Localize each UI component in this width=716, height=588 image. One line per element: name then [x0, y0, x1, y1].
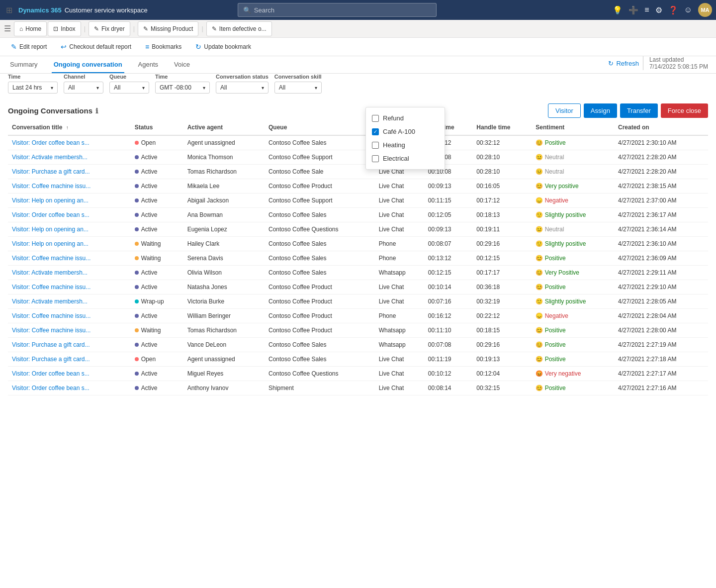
- status-dot: [135, 256, 139, 260]
- cell-created-on-7: 4/27/2021 2:36:10 AM: [614, 237, 708, 251]
- col-header-queue[interactable]: Queue: [265, 120, 375, 135]
- cell-status-1: Active: [131, 150, 183, 165]
- tab-summary[interactable]: Summary: [8, 57, 40, 73]
- cell-status-2: Active: [131, 165, 183, 179]
- cell-title-13[interactable]: Visitor: Coffee machine issu...: [8, 323, 131, 338]
- force-close-button[interactable]: Force close: [661, 103, 708, 118]
- cafe-label: Café A-100: [383, 128, 415, 135]
- lightbulb-icon[interactable]: 💡: [613, 5, 623, 15]
- feedback-icon[interactable]: ☺: [684, 5, 692, 14]
- cell-title-4[interactable]: Visitor: Help on opening an...: [8, 194, 131, 208]
- edit-report-button[interactable]: ✎ Edit report: [8, 41, 50, 53]
- cell-handle-time-16: 00:12:04: [472, 367, 532, 381]
- col-header-sentiment[interactable]: Sentiment: [532, 120, 614, 135]
- cell-sentiment-11: 🙂 Slightly positive: [532, 294, 614, 309]
- filter-timezone-value: GMT -08:00: [160, 84, 191, 91]
- cell-title-6[interactable]: Visitor: Help on opening an...: [8, 222, 131, 237]
- cell-title-8[interactable]: Visitor: Coffee machine issu...: [8, 251, 131, 266]
- filter-queue-select[interactable]: All ▾: [109, 82, 149, 94]
- tab-fix-dryer[interactable]: ✎ Fix dryer: [89, 21, 130, 36]
- skill-option-heating[interactable]: Heating: [366, 138, 445, 152]
- cell-title-11[interactable]: Visitor: Activate membersh...: [8, 294, 131, 309]
- skill-option-refund[interactable]: Refund: [366, 111, 445, 125]
- top-nav: ⊞ Dynamics 365 Customer service workspac…: [0, 0, 716, 20]
- report-tab-actions: ↻ Refresh Last updated 7/14/2022 5:08:15…: [608, 56, 708, 73]
- search-box[interactable]: 🔍: [238, 3, 437, 17]
- cell-title-0[interactable]: Visitor: Order coffee bean s...: [8, 135, 131, 150]
- col-header-handle-time[interactable]: Handle time: [472, 120, 532, 135]
- conversations-table: Conversation title ↑ Status Active agent…: [8, 120, 708, 395]
- cell-title-16[interactable]: Visitor: Order coffee bean s...: [8, 367, 131, 381]
- update-bookmark-button[interactable]: ↻ Update bookmark: [192, 41, 254, 53]
- tab-voice[interactable]: Voice: [172, 57, 192, 73]
- filter-skill-select[interactable]: All ▾: [274, 82, 322, 94]
- skill-option-electrical[interactable]: Electrical: [366, 152, 445, 165]
- cell-status-9: Active: [131, 266, 183, 280]
- tab-agents[interactable]: Agents: [136, 57, 160, 73]
- tab-ongoing-conversation[interactable]: Ongoing conversation: [52, 57, 124, 73]
- report-tabs-bar: Summary Ongoing conversation Agents Voic…: [0, 56, 716, 74]
- filter-timezone-select[interactable]: GMT -08:00 ▾: [155, 82, 210, 94]
- cell-wait-time-14: 00:07:08: [424, 338, 473, 352]
- filter-skill-value: All: [279, 84, 285, 91]
- cell-handle-time-13: 00:18:15: [472, 323, 532, 338]
- checkout-default-report-button[interactable]: ↩ Checkout default report: [58, 41, 134, 53]
- tab-hamburger-icon[interactable]: ☰: [2, 22, 13, 35]
- settings-icon[interactable]: ⚙: [655, 5, 662, 15]
- col-header-agent[interactable]: Active agent: [183, 120, 265, 135]
- filter-time: Time Last 24 hrs ▾: [8, 74, 58, 94]
- cell-title-9[interactable]: Visitor: Activate membersh...: [8, 266, 131, 280]
- cell-title-12[interactable]: Visitor: Coffee machine issu...: [8, 309, 131, 323]
- cell-agent-16: Miguel Reyes: [183, 367, 265, 381]
- help-icon[interactable]: ❓: [668, 5, 678, 15]
- cell-title-14[interactable]: Visitor: Purchase a gift card...: [8, 338, 131, 352]
- visitor-button[interactable]: Visitor: [548, 103, 581, 118]
- cell-created-on-1: 4/27/2021 2:28:20 AM: [614, 150, 708, 165]
- cell-title-7[interactable]: Visitor: Help on opening an...: [8, 237, 131, 251]
- conversations-header: Ongoing Conversations ℹ Visitor Assign T…: [0, 99, 716, 120]
- filter-channel-select[interactable]: All ▾: [64, 82, 103, 94]
- cell-title-2[interactable]: Visitor: Purchase a gift card...: [8, 165, 131, 179]
- tab-home[interactable]: ⌂ Home: [14, 21, 47, 36]
- app-name: Dynamics 365 Customer service workspace: [18, 6, 148, 14]
- sentiment-icon: 😊 Positive: [536, 255, 565, 262]
- tab-item-defective[interactable]: ✎ Item defective o...: [206, 21, 272, 36]
- cell-handle-time-4: 00:17:12: [472, 194, 532, 208]
- tab-inbox[interactable]: ⊡ Inbox: [48, 21, 81, 36]
- assign-button[interactable]: Assign: [584, 103, 617, 118]
- cell-title-3[interactable]: Visitor: Coffee machine issu...: [8, 179, 131, 194]
- search-input[interactable]: [254, 6, 431, 14]
- filter-status-select[interactable]: All ▾: [216, 82, 268, 94]
- filter-time-select[interactable]: Last 24 hrs ▾: [8, 82, 58, 94]
- cell-sentiment-9: 😊 Very Positive: [532, 266, 614, 280]
- sentiment-icon: 😞 Negative: [536, 197, 568, 204]
- last-updated: Last updated 7/14/2022 5:08:15 PM: [643, 56, 708, 70]
- avatar[interactable]: MA: [698, 3, 712, 17]
- cell-title-15[interactable]: Visitor: Purchase a gift card...: [8, 352, 131, 367]
- sentiment-icon: 😐 Neutral: [536, 154, 564, 161]
- cell-title-5[interactable]: Visitor: Order coffee bean s...: [8, 208, 131, 222]
- cell-channel-10: Live Chat: [375, 280, 424, 294]
- status-dot: [135, 155, 139, 159]
- status-dot: [135, 386, 139, 390]
- cell-title-17[interactable]: Visitor: Order coffee bean s...: [8, 381, 131, 395]
- bookmarks-button[interactable]: ≡ Bookmarks: [142, 41, 184, 53]
- grid-menu-icon[interactable]: ⊞: [4, 3, 14, 17]
- skill-option-cafe[interactable]: ✓ Café A-100: [366, 125, 445, 138]
- fix-dryer-icon: ✎: [94, 25, 99, 32]
- add-icon[interactable]: ➕: [628, 5, 638, 15]
- multiview-icon[interactable]: ≡: [644, 5, 649, 14]
- col-header-status[interactable]: Status: [131, 120, 183, 135]
- refresh-button[interactable]: ↻ Refresh: [608, 60, 639, 67]
- cell-queue-8: Contoso Coffee Sales: [265, 251, 375, 266]
- tab-missing-product[interactable]: ✎ Missing Product: [138, 21, 198, 36]
- cell-agent-7: Hailey Clark: [183, 237, 265, 251]
- cell-wait-time-4: 00:11:15: [424, 194, 473, 208]
- conversations-title: Ongoing Conversations ℹ: [8, 106, 98, 115]
- cell-title-1[interactable]: Visitor: Activate membersh...: [8, 150, 131, 165]
- transfer-button[interactable]: Transfer: [620, 103, 658, 118]
- col-header-title[interactable]: Conversation title ↑: [8, 120, 131, 135]
- cell-title-10[interactable]: Visitor: Coffee machine issu...: [8, 280, 131, 294]
- col-header-created-on[interactable]: Created on: [614, 120, 708, 135]
- filter-queue: Queue All ▾: [109, 74, 149, 94]
